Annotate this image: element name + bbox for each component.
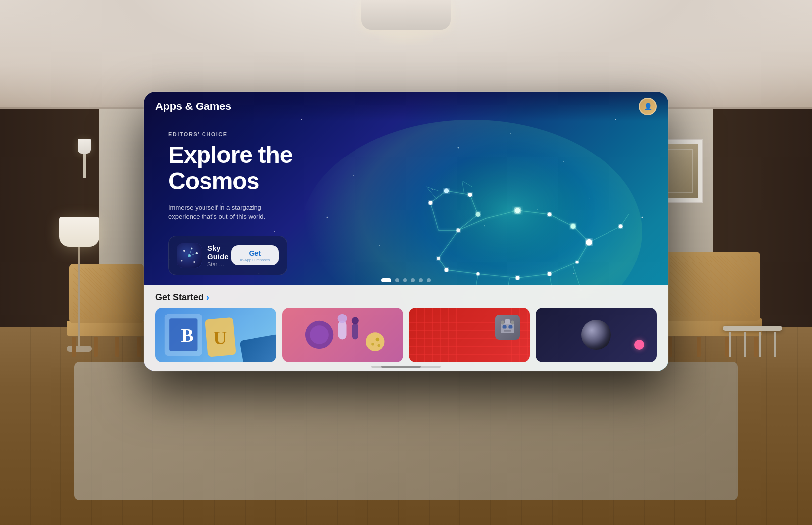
chair-leg <box>115 337 119 357</box>
window-scrollbar[interactable] <box>371 366 441 368</box>
svg-rect-52 <box>503 325 507 328</box>
chair-leg <box>72 337 76 357</box>
svg-line-35 <box>189 253 197 256</box>
get-started-section: Get Started › B U <box>144 285 668 371</box>
feature-card-1[interactable]: B U <box>155 308 276 362</box>
svg-point-6 <box>437 257 440 260</box>
svg-point-7 <box>456 228 460 232</box>
svg-rect-54 <box>504 330 511 332</box>
hero-subtitle: Immerse yourself in a stargazing experie… <box>168 203 277 222</box>
pagination-dot-3[interactable] <box>403 278 407 282</box>
svg-point-21 <box>619 224 623 228</box>
chair-legs-left <box>64 337 149 357</box>
app-info: Sky Guide Star gaze constellation finder <box>207 244 225 267</box>
side-table-right <box>723 326 782 357</box>
robot-icon <box>498 317 517 337</box>
side-table-leg <box>729 332 731 357</box>
app-window: Apps & Games 👤 EDITORS' CHOICE Explore t… <box>144 92 668 371</box>
side-table-legs <box>723 332 782 357</box>
svg-point-16 <box>476 272 479 275</box>
card-2-graphic <box>282 308 403 362</box>
get-started-header: Get Started › <box>144 285 668 308</box>
svg-point-32 <box>193 261 195 263</box>
editors-choice-label: EDITORS' CHOICE <box>168 131 337 137</box>
chair-leg <box>137 337 141 357</box>
svg-rect-55 <box>501 320 504 324</box>
svg-point-49 <box>371 343 374 346</box>
svg-point-50 <box>377 344 380 347</box>
get-button-label: Get <box>249 249 261 257</box>
chair-leg <box>94 337 98 357</box>
feature-card-3[interactable] <box>409 308 530 362</box>
side-table-top <box>723 326 782 331</box>
svg-rect-53 <box>508 325 512 328</box>
svg-point-31 <box>181 260 183 261</box>
svg-point-48 <box>376 338 380 342</box>
svg-point-20 <box>468 193 472 197</box>
hero-title: Explore the Cosmos <box>168 142 337 195</box>
svg-rect-45 <box>352 323 358 340</box>
app-title: Apps & Games <box>155 100 231 113</box>
lamp-base <box>83 154 86 178</box>
svg-line-34 <box>189 248 192 256</box>
pagination-dot-2[interactable] <box>395 278 399 282</box>
chair-leg <box>668 337 672 357</box>
chair-back-left <box>69 264 144 323</box>
card-1-graphic: B U <box>155 308 276 362</box>
get-button-sub: In-App Purchases <box>240 258 270 262</box>
floor-lamp-pole <box>78 247 80 346</box>
app-card: Sky Guide Star gaze constellation finder… <box>168 236 287 275</box>
pagination-dot-5[interactable] <box>419 278 423 282</box>
svg-rect-43 <box>338 321 347 340</box>
svg-point-12 <box>586 239 592 246</box>
avatar-initials: 👤 <box>644 103 652 110</box>
pink-dot <box>634 340 644 350</box>
pagination-dot-1[interactable] <box>381 278 391 282</box>
pagination-dot-6[interactable] <box>427 278 431 282</box>
svg-point-18 <box>428 201 432 205</box>
svg-point-10 <box>548 212 552 216</box>
feature-card-4[interactable] <box>536 308 657 362</box>
hero-title-line2: Cosmos <box>168 168 259 194</box>
chair-leg <box>697 337 701 357</box>
svg-point-14 <box>548 272 552 276</box>
app-icon <box>177 243 202 268</box>
scrollbar-thumb <box>381 366 421 368</box>
svg-point-8 <box>476 212 481 217</box>
side-table-leg <box>744 332 746 357</box>
svg-point-46 <box>352 317 359 324</box>
rug <box>74 362 738 500</box>
svg-point-42 <box>310 325 329 344</box>
get-started-arrow[interactable]: › <box>206 292 209 303</box>
app-icon-graphic <box>177 243 202 268</box>
pagination-dot-4[interactable] <box>411 278 415 282</box>
svg-point-15 <box>516 276 520 280</box>
floor-lamp-shade <box>59 217 99 247</box>
svg-point-13 <box>575 261 578 263</box>
header-bar: Apps & Games 👤 <box>144 92 668 121</box>
get-button[interactable]: Get In-App Purchases <box>231 245 279 265</box>
feature-card-2[interactable] <box>282 308 403 362</box>
svg-point-25 <box>514 207 522 214</box>
hero-title-line1: Explore the <box>168 142 292 168</box>
user-avatar[interactable]: 👤 <box>639 98 657 115</box>
svg-text:B: B <box>181 325 194 346</box>
feature-cards-row: B U <box>144 308 668 362</box>
svg-point-47 <box>366 332 385 351</box>
hero-content: EDITORS' CHOICE Explore the Cosmos Immer… <box>168 131 337 275</box>
svg-point-19 <box>444 188 449 193</box>
ceiling-light <box>361 0 451 30</box>
chair-back-right <box>666 252 760 321</box>
svg-rect-57 <box>505 319 510 324</box>
side-table-leg <box>759 332 761 357</box>
app-icon-inner <box>177 243 202 268</box>
app-name: Sky Guide <box>207 244 225 261</box>
side-table-leg <box>774 332 776 357</box>
svg-rect-56 <box>511 320 514 324</box>
svg-point-17 <box>444 268 448 272</box>
chair-left <box>64 264 149 357</box>
svg-point-26 <box>570 223 576 230</box>
svg-point-5 <box>422 139 597 282</box>
svg-text:U: U <box>213 328 227 348</box>
get-started-title: Get Started <box>155 292 203 303</box>
